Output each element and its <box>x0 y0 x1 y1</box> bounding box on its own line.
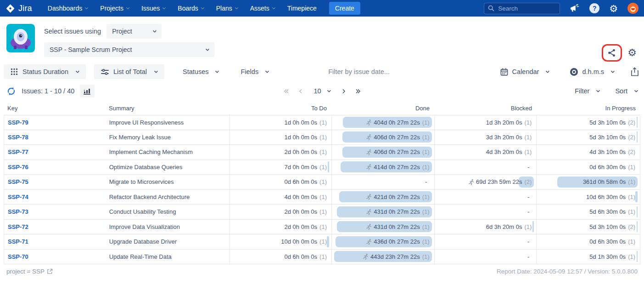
time-format-dropdown[interactable]: d.h.m.s <box>566 64 619 80</box>
chevron-down-icon <box>265 69 269 73</box>
issue-key-link[interactable]: SSP-76 <box>8 164 28 171</box>
issue-count: (1) <box>422 194 430 200</box>
runner-icon <box>366 223 372 230</box>
issue-count: (1) <box>319 194 327 200</box>
view-mode-dropdown[interactable]: List of Total <box>94 64 164 79</box>
issue-count: (1) <box>319 148 327 155</box>
issue-count: (1) <box>628 194 635 200</box>
column-header-inprogress[interactable]: In Progress <box>537 105 640 112</box>
duration-text: 0d 6h 0m 0s <box>285 253 318 260</box>
issue-key-link[interactable]: SSP-73 <box>8 208 28 215</box>
sort-dropdown[interactable]: Sort <box>615 87 638 95</box>
blocked-duration-cell: 1d 3h 20m 0s (1) <box>434 115 537 130</box>
report-footer: project = SSP Report Date: 2024-05-09 12… <box>0 264 644 275</box>
issue-count: (1) <box>319 164 327 171</box>
project-dropdown[interactable]: SSP - Sample Scrum Project <box>44 42 214 57</box>
chevron-down-icon <box>206 47 209 51</box>
issue-count: (1) <box>628 178 635 185</box>
filter-dropdown[interactable]: Filter <box>575 87 599 95</box>
create-button[interactable]: Create <box>329 2 360 15</box>
issue-date-filter[interactable]: Filter by issue date... <box>328 68 390 75</box>
inprogress-duration-cell: 361d 0h 58m 0s (1) <box>536 175 640 189</box>
issue-count: (1) <box>524 119 532 126</box>
issue-count: (1) <box>422 238 430 245</box>
issue-key-link[interactable]: SSP-78 <box>8 134 28 141</box>
global-search[interactable] <box>484 3 560 14</box>
duration-text: 0d 6h 30m 0s <box>589 238 626 245</box>
pager: 10 <box>282 87 361 95</box>
issue-key-link[interactable]: SSP-70 <box>8 253 28 260</box>
last-page-button[interactable] <box>353 88 362 95</box>
column-header-blocked[interactable]: Blocked <box>434 105 537 112</box>
nav-item-assets[interactable]: Assets <box>250 5 275 12</box>
table-row: SSP-74 Refactor Backend Architecture 4d … <box>4 190 640 205</box>
nav-item-plans[interactable]: Plans <box>216 5 238 12</box>
share-icon[interactable] <box>607 48 617 58</box>
fields-dropdown[interactable]: Fields <box>236 64 273 79</box>
external-link-icon[interactable] <box>47 268 53 274</box>
issue-count: (2) <box>628 134 635 141</box>
report-settings-gear-icon[interactable]: ⚙ <box>627 48 637 58</box>
issue-key-link[interactable]: SSP-71 <box>8 238 28 245</box>
table-row: SSP-75 Migrate to Microservices 0d 6h 0m… <box>4 175 640 190</box>
issue-key-link[interactable]: SSP-75 <box>8 178 28 185</box>
duration-text: 421d 0h 27m 22s <box>374 194 420 200</box>
jira-logo[interactable]: Jira <box>6 4 32 13</box>
duration-bar <box>637 131 638 142</box>
issue-key-link[interactable]: SSP-74 <box>8 194 28 200</box>
issue-key-link[interactable]: SSP-77 <box>8 148 28 155</box>
calendar-icon <box>500 68 508 76</box>
previous-page-button[interactable] <box>297 88 304 95</box>
duration-text: 1d 0h 0m 0s <box>285 134 318 141</box>
search-input[interactable] <box>498 5 553 12</box>
duration-text: 3d 3h 20m 0s <box>486 134 522 141</box>
export-icon[interactable] <box>631 67 638 76</box>
chart-view-button[interactable] <box>80 85 95 97</box>
page-size-dropdown[interactable]: 10 <box>311 87 333 95</box>
column-header-summary[interactable]: Summary <box>109 105 230 112</box>
first-page-button[interactable] <box>282 88 291 95</box>
nav-item-issues[interactable]: Issues <box>141 5 165 12</box>
jira-logo-icon <box>6 4 15 13</box>
issue-count: (1) <box>628 238 635 245</box>
calendar-dropdown[interactable]: Calendar <box>496 64 554 80</box>
runner-icon <box>366 134 372 140</box>
issue-source-dropdown[interactable]: Project <box>106 24 162 39</box>
nav-item-projects[interactable]: Projects <box>100 5 129 12</box>
column-header-key[interactable]: Key <box>4 105 109 112</box>
statuses-dropdown[interactable]: Statuses <box>178 64 223 79</box>
issue-key-link[interactable]: SSP-79 <box>8 119 28 126</box>
inprogress-duration-cell: 5d 1h 30m 0s (1) <box>536 250 640 264</box>
announcements-icon[interactable] <box>570 4 580 13</box>
report-type-dropdown[interactable]: Status Duration <box>4 64 86 79</box>
refresh-icon[interactable] <box>6 86 16 96</box>
nav-item-dashboards[interactable]: Dashboards <box>48 5 88 12</box>
todo-duration-cell: 10d 0h 0m 0s (1) <box>230 234 331 249</box>
inprogress-duration-cell: 5d 3h 10m 0s (2) <box>536 115 640 130</box>
duration-text: - <box>527 253 529 260</box>
help-icon[interactable]: ? <box>589 3 599 13</box>
issue-count: (1) <box>319 134 327 141</box>
duration-text: 414d 0h 27m 22s <box>374 164 420 171</box>
todo-duration-cell: 0d 6h 0m 0s (1) <box>230 175 331 189</box>
duration-text: 2d 0h 0m 0s <box>285 223 318 230</box>
nav-item-boards[interactable]: Boards <box>178 5 203 12</box>
duration-text: 0d 6h 30m 0s <box>589 164 626 171</box>
duration-text: 1d 3h 20m 0s <box>486 119 522 126</box>
next-page-button[interactable] <box>340 88 347 95</box>
done-duration-cell: 443d 23h 27m 22s (1) <box>331 250 434 264</box>
nav-item-timepiece[interactable]: Timepiece <box>287 5 317 12</box>
column-header-todo[interactable]: To Do <box>230 105 331 112</box>
duration-text: 406d 0h 27m 22s <box>374 134 420 141</box>
issue-key-link[interactable]: SSP-72 <box>8 223 28 230</box>
duration-text: - <box>425 178 427 185</box>
duration-text: 404d 0h 27m 22s <box>374 119 420 126</box>
column-header-done[interactable]: Done <box>331 105 434 112</box>
user-avatar[interactable] <box>627 3 638 14</box>
duration-text: 5d 1h 30m 0s <box>589 253 626 260</box>
issue-count: (1) <box>524 134 532 141</box>
settings-gear-icon[interactable]: ⚙ <box>609 4 618 13</box>
issue-summary: Update Real-Time Data <box>109 253 172 260</box>
issue-count: (2) <box>628 148 635 155</box>
table-row: SSP-79 Improve UI Responsiveness 1d 0h 0… <box>4 115 640 130</box>
